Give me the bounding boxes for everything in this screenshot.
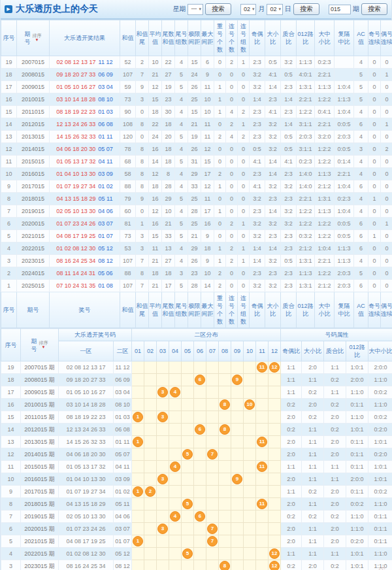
period-cell: 2012015 期 xyxy=(21,424,59,436)
ball-cell xyxy=(206,473,219,486)
stat-cell: 4 xyxy=(354,193,368,205)
header-line2: 组数 xyxy=(238,38,249,54)
stat-cell: 12 xyxy=(149,168,162,180)
column-header: 奖号 xyxy=(50,292,120,328)
ball-cell xyxy=(206,361,219,374)
ball-cell xyxy=(269,486,281,498)
weekday-select[interactable]: 一 ▾ xyxy=(188,4,203,15)
stat-cell: 2:3 xyxy=(281,230,297,243)
page: ▶ 大乐透历史上的今天 星期 一 ▾ 搜索 02 ▾ 月 02 ▾ 日 搜索 期 xyxy=(0,0,392,570)
stat-cell: 6 xyxy=(354,243,368,255)
table-row: 42022015 期01 02 08 12 3005 125121:11:11:… xyxy=(1,548,392,560)
stat-cell: 11 xyxy=(201,131,214,143)
column-header: 连号组数 xyxy=(238,292,250,328)
stat-cell: 0:0:5 xyxy=(335,218,354,230)
header-line2: 组数 xyxy=(175,310,188,318)
stat-cell: 8 xyxy=(136,180,149,193)
ball-cell xyxy=(194,448,206,461)
header-line2: 和值 xyxy=(162,38,174,46)
seq-cell: 11 xyxy=(1,156,17,168)
ball-cell xyxy=(157,436,169,448)
stat-cell: 0:2:3 xyxy=(315,56,335,69)
distribution-table: 序号 期 号 排序 ▼ 大乐透开奖号码 二区分布 号码属 xyxy=(1,328,392,570)
stat-cell: 0 xyxy=(238,180,250,193)
ball-cell xyxy=(169,560,182,570)
col-attr-1: 大小比 xyxy=(302,341,324,361)
zone1-numbers-cell: 08 18 19 22 23 xyxy=(59,411,114,424)
stat-cell: 2 xyxy=(226,255,238,267)
back-zone-numbers: 05 07 xyxy=(98,146,113,152)
stat-cell: 1:2:2 xyxy=(315,156,335,168)
stat-cell: 6 xyxy=(354,230,368,243)
stat-cell: 2:0:3 xyxy=(297,131,315,143)
stat-cell: 2 xyxy=(226,243,238,255)
stat-cell: 3 xyxy=(175,267,188,280)
header-line2: 间距 xyxy=(188,38,201,46)
result-cell: 09 18 20 27 3306 09 xyxy=(50,69,120,81)
ball-cell xyxy=(256,374,269,386)
stat-cell: 8 xyxy=(136,168,149,180)
stat-cell: 1:4 xyxy=(265,81,281,93)
ball-cell xyxy=(231,498,244,511)
column-header: 尾号组数 xyxy=(175,20,188,56)
column-header-period[interactable]: 期号排序▼ xyxy=(17,20,50,56)
stat-cell: 0:5 xyxy=(250,143,265,156)
ball-cell: 9 xyxy=(231,473,244,486)
header-line1: 大小 xyxy=(265,302,280,310)
ball-cell xyxy=(157,399,169,411)
front-zone-numbers: 04 06 18 20 30 xyxy=(56,146,95,152)
issue-input[interactable] xyxy=(329,5,351,14)
stat-cell: 29 xyxy=(162,193,175,205)
header-line2: 间距 xyxy=(201,38,214,46)
table-row: 15201101508 18 19 22 2301 03900183041510… xyxy=(1,106,392,118)
col-period-sortable[interactable]: 期 号 排序 ▼ xyxy=(21,329,59,361)
ball-cell xyxy=(231,511,244,523)
zone2-numbers-cell: 01 07 xyxy=(114,535,132,548)
stat-cell: 1:4:0 xyxy=(297,180,315,193)
ball-cell xyxy=(182,473,194,486)
ball-cell xyxy=(169,411,182,424)
back-zone-numbers: 05 06 xyxy=(98,270,113,277)
ball-cell xyxy=(157,361,169,374)
stat-cell: 0:5 xyxy=(281,131,297,143)
stat-cell: 4:1 xyxy=(265,106,281,118)
ball-cell xyxy=(194,523,206,535)
stat-cell: 1 xyxy=(381,69,392,81)
ball-cell xyxy=(256,473,269,486)
lottery-ball: 3 xyxy=(157,412,168,422)
attr-cell: 1:1 xyxy=(281,361,302,374)
header-line1: 和值 xyxy=(136,30,148,38)
ball-cell xyxy=(231,386,244,399)
seq-cell: 18 xyxy=(1,69,17,81)
header-line1: 尾号 xyxy=(175,30,188,38)
header-line2: 和值 xyxy=(162,310,174,318)
search-date-button[interactable]: 搜索 xyxy=(293,3,319,15)
day-select[interactable]: 02 ▾ xyxy=(267,4,283,15)
front-zone-numbers: 02 05 10 13 30 xyxy=(56,208,95,214)
stat-cell: 4 xyxy=(354,255,368,267)
attr-cell: 0:1:1 xyxy=(346,486,368,498)
stat-cell: 5 xyxy=(354,81,368,93)
stat-cell: 7 xyxy=(136,69,149,81)
stat-cell: 4 xyxy=(175,143,188,156)
period-cell: 2007015 期 xyxy=(21,361,59,374)
ball-cell xyxy=(132,498,144,511)
search-issue-button[interactable]: 搜索 xyxy=(361,3,387,15)
ball-cell xyxy=(269,448,281,461)
search-week-button[interactable]: 搜索 xyxy=(205,3,231,15)
stat-cell: 18 xyxy=(162,156,175,168)
month-select[interactable]: 02 ▾ xyxy=(240,4,257,15)
ball-cell xyxy=(144,411,157,424)
lottery-ball: 1 xyxy=(133,536,143,546)
attr-cell: 0:1:1 xyxy=(346,399,368,411)
stat-cell xyxy=(335,56,354,69)
attr-cell: 1:1 xyxy=(324,386,346,399)
page-title: 大乐透历史上的今天 xyxy=(16,3,98,15)
stat-cell: 0 xyxy=(368,69,381,81)
stat-cell: 2:0:3 xyxy=(335,131,354,143)
attr-cell: 1:0:1 xyxy=(368,461,392,473)
stat-cell: 4 xyxy=(226,106,238,118)
front-zone-numbers: 01 07 23 24 26 xyxy=(56,220,95,227)
stat-cell: 9 xyxy=(201,230,214,243)
col-attr-0: 奇偶比 xyxy=(281,341,302,361)
